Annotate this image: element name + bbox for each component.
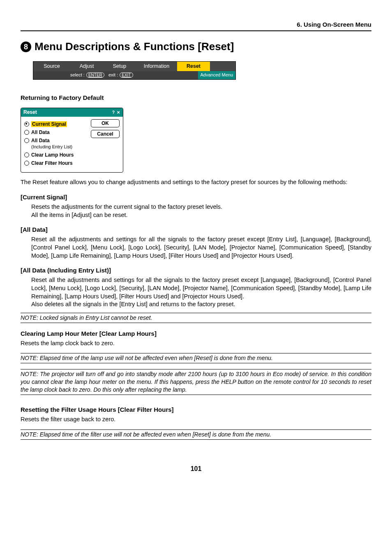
note-lamp-standby: NOTE: The projector will turn off and go… bbox=[21, 369, 371, 395]
current-signal-line2: All the items in [Adjust] can be reset. bbox=[31, 211, 371, 219]
page-number: 101 bbox=[21, 464, 371, 473]
menu-tab-information[interactable]: Information bbox=[136, 62, 177, 71]
subhead-clear-filter-hours: Resetting the Filter Usage Hours [Clear … bbox=[21, 406, 371, 414]
subhead-clear-lamp-hours: Clearing Lamp Hour Meter [Clear Lamp Hou… bbox=[21, 330, 371, 338]
all-data-body: Reset all the adjustments and settings f… bbox=[31, 235, 371, 260]
chapter-header: 6. Using On-Screen Menu bbox=[21, 21, 371, 31]
reset-dialog: Reset ? ✕ Current Signal All Data All Da… bbox=[21, 108, 123, 173]
reset-dialog-title: Reset bbox=[23, 109, 37, 115]
option-label: Clear Lamp Hours bbox=[31, 152, 74, 158]
radio-icon bbox=[24, 138, 29, 143]
radio-icon bbox=[24, 152, 29, 157]
main-title-text: Menu Descriptions & Functions [Reset] bbox=[35, 39, 234, 54]
subhead-current-signal: [Current Signal] bbox=[21, 193, 371, 201]
reset-option-clear-lamp-hours[interactable]: Clear Lamp Hours bbox=[24, 152, 88, 158]
menu-tab-reset[interactable]: Reset bbox=[177, 62, 210, 71]
menu-tab-setup[interactable]: Setup bbox=[103, 62, 136, 71]
all-data-entry-list-line2: Also deletes all the signals in the [Ent… bbox=[31, 300, 371, 309]
note-locked-signals: NOTE: Locked signals in Entry List canno… bbox=[21, 313, 371, 323]
all-data-entry-list-line1: Reset all the adjustments and settings f… bbox=[31, 276, 371, 300]
menu-hint: select : ENTER exit : EXIT bbox=[33, 71, 198, 79]
option-label: All Data bbox=[31, 138, 50, 143]
reset-option-current-signal[interactable]: Current Signal bbox=[24, 121, 88, 127]
radio-icon bbox=[24, 161, 29, 166]
radio-icon bbox=[24, 122, 29, 127]
clear-lamp-hours-body: Resets the lamp clock back to zero. bbox=[21, 339, 371, 348]
reset-option-all-data-including-entry-list[interactable]: All Data (Including Entry List) bbox=[24, 137, 88, 150]
reset-dialog-titlebar-icons[interactable]: ? ✕ bbox=[112, 110, 120, 115]
option-label: Current Signal bbox=[31, 121, 67, 127]
note-lamp-elapsed: NOTE: Elapsed time of the lamp use will … bbox=[21, 353, 371, 363]
section-number-badge: 8 bbox=[21, 42, 31, 52]
menu-tab-adjust[interactable]: Adjust bbox=[70, 62, 103, 71]
ok-button[interactable]: OK bbox=[91, 119, 120, 127]
main-title: 8 Menu Descriptions & Functions [Reset] bbox=[21, 39, 371, 54]
current-signal-line1: Resets the adjustments for the current s… bbox=[31, 203, 371, 211]
menu-tab-source[interactable]: Source bbox=[33, 62, 70, 71]
option-label: Clear Filter Hours bbox=[31, 160, 73, 166]
clear-filter-hours-body: Resets the filter usage back to zero. bbox=[21, 416, 371, 424]
hint-exit-pill: EXIT bbox=[120, 72, 133, 78]
hint-enter-pill: ENTER bbox=[86, 72, 104, 78]
section-title-factory-default: Returning to Factory Default bbox=[21, 94, 371, 102]
note-filter-elapsed: NOTE: Elapsed time of the filter use wil… bbox=[21, 429, 371, 440]
menu-tab-blank bbox=[210, 62, 235, 71]
subhead-all-data: [All Data] bbox=[21, 226, 371, 234]
reset-option-all-data[interactable]: All Data bbox=[24, 129, 88, 136]
advanced-menu-label: Advanced Menu bbox=[198, 71, 236, 79]
subhead-all-data-entry-list: [All Data (Including Entry List)] bbox=[21, 266, 371, 275]
osd-menu-bar: Source Adjust Setup Information Reset se… bbox=[33, 61, 236, 80]
intro-paragraph: The Reset feature allows you to change a… bbox=[21, 178, 371, 187]
reset-option-clear-filter-hours[interactable]: Clear Filter Hours bbox=[24, 160, 88, 166]
hint-select-label: select : bbox=[70, 72, 85, 77]
cancel-button[interactable]: Cancel bbox=[91, 130, 120, 138]
hint-exit-label: exit : bbox=[108, 72, 118, 77]
option-label: All Data bbox=[31, 129, 50, 136]
radio-icon bbox=[24, 130, 29, 135]
option-sublabel: (Including Entry List) bbox=[31, 144, 72, 150]
